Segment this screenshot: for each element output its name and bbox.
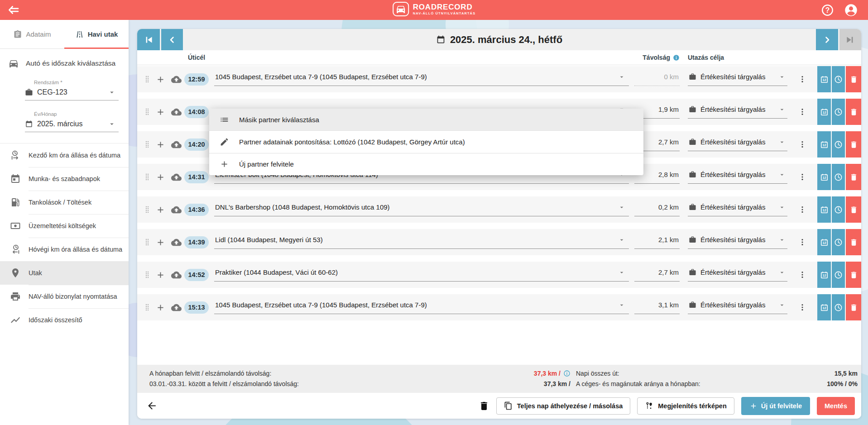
drag-handle-icon[interactable] <box>144 172 153 182</box>
purpose-select[interactable]: Értékesítési tárgyalás <box>688 73 787 86</box>
purpose-select[interactable]: Értékesítési tárgyalás <box>688 203 787 216</box>
save-button[interactable]: Mentés <box>817 397 855 415</box>
insert-trip-icon[interactable] <box>153 270 168 280</box>
row-time-button[interactable] <box>832 66 845 92</box>
sidebar-menu-item[interactable]: Üzemeltetési költségek <box>0 214 129 238</box>
drag-handle-icon[interactable] <box>144 237 153 247</box>
row-more-menu-icon[interactable] <box>787 303 817 312</box>
destination-input[interactable]: Lidl (1044 Budapest, Megyeri út 53) <box>214 236 629 249</box>
row-more-menu-icon[interactable] <box>787 107 817 116</box>
purpose-select[interactable]: Értékesítési tárgyalás <box>688 236 787 249</box>
row-date-button[interactable] <box>817 99 831 125</box>
show-on-map-button[interactable]: Megjelenítés térképen <box>637 397 734 415</box>
cloud-upload-icon[interactable] <box>168 302 184 313</box>
drag-handle-icon[interactable] <box>144 270 153 280</box>
purpose-select[interactable]: Értékesítési tárgyalás <box>688 268 787 282</box>
row-more-menu-icon[interactable] <box>787 238 817 247</box>
time-badge[interactable]: 15:13 <box>184 301 209 314</box>
row-time-button[interactable] <box>832 229 845 255</box>
row-more-menu-icon[interactable] <box>787 270 817 279</box>
sidebar-menu-item[interactable]: Tankolások / Töltések <box>0 191 129 214</box>
previous-day-button[interactable] <box>161 29 183 50</box>
info-icon[interactable] <box>673 54 680 61</box>
cloud-upload-icon[interactable] <box>168 172 184 182</box>
account-icon[interactable] <box>844 3 858 17</box>
back-arrow-icon[interactable] <box>146 400 158 411</box>
cloud-upload-icon[interactable] <box>168 139 184 150</box>
row-delete-button[interactable] <box>846 262 861 288</box>
drag-handle-icon[interactable] <box>144 139 153 149</box>
time-badge[interactable]: 14:31 <box>184 171 209 183</box>
new-trip-button[interactable]: Új út felvitele <box>741 397 810 415</box>
time-badge[interactable]: 14:39 <box>184 236 209 248</box>
distance-input[interactable]: 0 km <box>634 73 680 86</box>
sidebar-menu-item[interactable]: NAV-álló bizonylat nyomtatása <box>0 285 129 308</box>
first-day-button[interactable] <box>137 29 160 50</box>
insert-trip-icon[interactable] <box>153 172 168 182</box>
drag-handle-icon[interactable] <box>144 205 153 215</box>
sidebar-menu-item[interactable]: Kezdő km óra állása és dátuma <box>0 143 129 167</box>
cloud-upload-icon[interactable] <box>168 107 184 117</box>
row-delete-button[interactable] <box>846 99 861 125</box>
row-delete-button[interactable] <box>846 196 861 223</box>
row-more-menu-icon[interactable] <box>787 172 817 181</box>
time-badge[interactable]: 12:59 <box>184 73 209 86</box>
row-date-button[interactable] <box>817 66 831 92</box>
last-day-button-disabled[interactable] <box>839 29 861 50</box>
plate-select[interactable]: CEG-123 <box>25 85 119 100</box>
row-delete-button[interactable] <box>846 66 861 92</box>
row-more-menu-icon[interactable] <box>787 205 817 214</box>
sidebar-menu-item[interactable]: Hóvégi km óra állása és dátuma <box>0 238 129 261</box>
sidebar-menu-item[interactable]: Utak <box>0 261 129 285</box>
row-date-button[interactable] <box>817 294 831 320</box>
time-badge[interactable]: 14:36 <box>184 204 209 216</box>
row-date-button[interactable] <box>817 229 831 255</box>
cloud-upload-icon[interactable] <box>168 270 184 280</box>
context-menu-item[interactable]: Másik partner kiválasztása <box>209 109 643 130</box>
row-time-button[interactable] <box>832 196 845 223</box>
row-date-button[interactable] <box>817 131 831 158</box>
delete-day-icon[interactable] <box>479 401 489 411</box>
sidebar-tab[interactable]: Adataim <box>0 20 64 48</box>
destination-input[interactable]: Praktiker (1044 Budapest, Váci út 60-62) <box>214 268 629 282</box>
distance-input[interactable]: 2,7 km <box>634 268 680 282</box>
row-more-menu-icon[interactable] <box>787 75 817 84</box>
purpose-select[interactable]: Értékesítési tárgyalás <box>688 301 787 314</box>
row-date-button[interactable] <box>817 164 831 190</box>
purpose-select[interactable]: Értékesítési tárgyalás <box>688 171 787 184</box>
sidebar-tab[interactable]: Havi utak <box>64 20 129 48</box>
info-icon[interactable] <box>563 370 571 377</box>
insert-trip-icon[interactable] <box>153 205 168 215</box>
destination-input[interactable]: 1045 Budapest, Erzsébet utca 7-9 (1045 B… <box>214 73 629 86</box>
destination-input[interactable]: DNL's Barbershop (1048 Budapest, Homoktö… <box>214 203 629 216</box>
destination-input[interactable]: 1045 Budapest, Erzsébet utca 7-9 (1045 B… <box>214 301 629 314</box>
row-time-button[interactable] <box>832 99 845 125</box>
drag-handle-icon[interactable] <box>144 74 153 84</box>
row-time-button[interactable] <box>832 164 845 190</box>
time-badge[interactable]: 14:08 <box>184 106 209 118</box>
row-more-menu-icon[interactable] <box>787 140 817 149</box>
insert-trip-icon[interactable] <box>153 107 168 117</box>
cloud-upload-icon[interactable] <box>168 205 184 215</box>
row-delete-button[interactable] <box>846 164 861 190</box>
period-select[interactable]: 2025. március <box>25 117 119 132</box>
help-icon[interactable] <box>821 4 834 17</box>
time-badge[interactable]: 14:52 <box>184 269 209 281</box>
next-day-button[interactable] <box>816 29 838 50</box>
row-delete-button[interactable] <box>846 131 861 158</box>
row-date-button[interactable] <box>817 196 831 223</box>
context-menu-item[interactable]: Új partner felvitele <box>209 153 643 175</box>
row-time-button[interactable] <box>832 262 845 288</box>
sidebar-menu-item[interactable]: Időszaki összesítő <box>0 308 129 332</box>
row-time-button[interactable] <box>832 294 845 320</box>
row-delete-button[interactable] <box>846 229 861 255</box>
purpose-select[interactable]: Értékesítési tárgyalás <box>688 138 787 151</box>
drag-handle-icon[interactable] <box>144 302 153 312</box>
distance-input[interactable]: 3,1 km <box>634 301 680 314</box>
move-copy-day-button[interactable]: Teljes nap áthelyezése / másolása <box>496 397 630 415</box>
purpose-select[interactable]: Értékesítési tárgyalás <box>688 105 787 119</box>
insert-trip-icon[interactable] <box>153 75 168 84</box>
row-date-button[interactable] <box>817 262 831 288</box>
insert-trip-icon[interactable] <box>153 303 168 312</box>
row-delete-button[interactable] <box>846 294 861 320</box>
